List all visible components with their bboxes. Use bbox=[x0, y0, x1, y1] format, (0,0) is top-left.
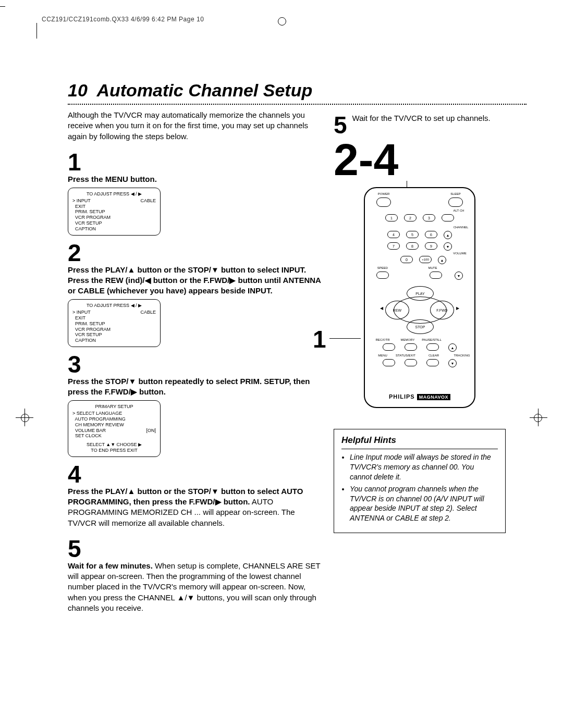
step-4-number: 4 bbox=[68, 462, 81, 486]
status-button[interactable] bbox=[405, 359, 417, 366]
page-title: 10 Automatic Channel Setup bbox=[68, 80, 527, 101]
menu-button[interactable] bbox=[383, 359, 395, 366]
callout-1: 1 bbox=[313, 325, 326, 353]
tracking-label: TRACKING bbox=[451, 354, 472, 357]
hint-item: You cannot program channels when the TV/… bbox=[350, 484, 498, 524]
volume-up[interactable]: ▲ bbox=[438, 256, 446, 264]
osd-screen-2: TO ADJUST PRESS ◀ / ▶ > INPUT EXIT PRIM.… bbox=[68, 299, 161, 347]
step-1: 1 bbox=[68, 150, 323, 174]
osd2-item: > INPUT bbox=[72, 310, 111, 315]
osd3-item: > SELECT LANGUAGE bbox=[72, 411, 156, 416]
osd1-item: > INPUT bbox=[72, 198, 111, 204]
num-1[interactable]: 1 bbox=[385, 214, 398, 221]
osd-screen-3: PRIMARY SETUP > SELECT LANGUAGE AUTO PRO… bbox=[68, 400, 161, 456]
mute-button[interactable] bbox=[430, 272, 442, 279]
power-button[interactable] bbox=[376, 198, 391, 207]
speed-label: SPEED bbox=[372, 266, 393, 269]
rew-button[interactable]: REW bbox=[385, 301, 409, 319]
menu-label: MENU bbox=[372, 354, 393, 357]
osd2-title: TO ADJUST PRESS ◀ / ▶ bbox=[72, 303, 156, 309]
osd1-right: CABLE bbox=[140, 198, 156, 232]
step-2: 2 bbox=[68, 241, 323, 265]
clear-button[interactable] bbox=[426, 359, 439, 366]
step-2-number: 2 bbox=[68, 241, 81, 265]
num-4[interactable]: 4 bbox=[387, 231, 400, 238]
right-arrow-icon: ▶ bbox=[456, 306, 459, 311]
step-5: 5 bbox=[68, 537, 323, 561]
step-4-text: Press the PLAY/▲ button or the STOP/▼ bu… bbox=[68, 486, 323, 528]
title-divider bbox=[68, 104, 527, 105]
intro-text: Although the TV/VCR may automatically me… bbox=[68, 110, 323, 142]
play-button[interactable]: PLAY bbox=[407, 286, 434, 301]
osd2-item: CAPTION bbox=[72, 338, 111, 343]
right-step-5: 5 Wait for the TV/VCR to set up channels… bbox=[334, 113, 506, 137]
speed-button[interactable] bbox=[376, 272, 389, 279]
channel-down[interactable]: ▼ bbox=[444, 242, 452, 251]
callout-1-line bbox=[329, 338, 361, 339]
osd3-item: AUTO PROGRAMMING bbox=[72, 416, 156, 422]
power-label: POWER bbox=[373, 192, 394, 195]
osd1-item: PRIM. SETUP bbox=[72, 209, 111, 215]
osd2-item: EXIT bbox=[72, 315, 111, 321]
osd3-item: SET CLOCK bbox=[72, 433, 156, 439]
recotr-label: REC/OTR bbox=[372, 338, 393, 341]
channel-label: CHANNEL bbox=[450, 226, 471, 229]
left-arrow-icon: ◀ bbox=[380, 306, 383, 311]
osd1-item: VCR PROGRAM bbox=[72, 215, 111, 220]
step-3: 3 bbox=[68, 352, 323, 376]
num-0[interactable]: 0 bbox=[400, 256, 413, 263]
content-columns: Although the TV/VCR may automatically me… bbox=[68, 110, 527, 613]
right-step5-text: Wait for the TV/VCR to set up channels. bbox=[352, 113, 491, 127]
mute-label: MUTE bbox=[422, 266, 443, 269]
osd2-item: VCR PROGRAM bbox=[72, 327, 111, 332]
num-7[interactable]: 7 bbox=[387, 242, 400, 250]
num-9[interactable]: 9 bbox=[425, 242, 437, 250]
volume-label: VOLUME bbox=[449, 252, 470, 255]
step-3-number: 3 bbox=[68, 352, 81, 376]
ffwd-button[interactable]: F.FWD bbox=[430, 301, 454, 319]
crop-cross-right-v bbox=[538, 409, 538, 426]
step-5-text: Wait for a few minutes. When setup is co… bbox=[68, 561, 323, 613]
recotr-button[interactable] bbox=[383, 343, 395, 351]
num-6[interactable]: 6 bbox=[425, 231, 437, 238]
osd3-title: PRIMARY SETUP bbox=[72, 404, 156, 410]
crop-cross-right-h bbox=[530, 417, 547, 418]
pause-button[interactable] bbox=[426, 343, 439, 351]
num-2[interactable]: 2 bbox=[404, 214, 417, 221]
tracking-up[interactable]: ▲ bbox=[448, 343, 457, 352]
osd3-item: VOLUME BAR[ON] bbox=[72, 428, 156, 434]
step-2-text: Press the PLAY/▲ button or the STOP/▼ bu… bbox=[68, 265, 323, 297]
brand: PHILIPSMAGNAVOX bbox=[365, 393, 474, 400]
tracking-down[interactable]: ▼ bbox=[448, 359, 457, 367]
sleep-button[interactable] bbox=[448, 198, 463, 207]
num-3[interactable]: 3 bbox=[423, 214, 435, 221]
channel-up[interactable]: ▲ bbox=[444, 231, 452, 239]
remote-wrapper: 1 POWER SLEEP ALT CH 1 2 bbox=[334, 187, 506, 408]
crop-cross-left-v bbox=[25, 409, 25, 426]
page: CCZ191/CCZ191comb.QX33 4/6/99 6:42 PM Pa… bbox=[0, 0, 563, 728]
memory-button[interactable] bbox=[405, 343, 417, 351]
sleep-label: SLEEP bbox=[445, 192, 466, 195]
volume-down[interactable]: ▼ bbox=[455, 272, 463, 280]
step-1-number: 1 bbox=[68, 150, 81, 174]
num-100[interactable]: +100 bbox=[419, 256, 432, 263]
num-8[interactable]: 8 bbox=[406, 242, 419, 250]
stop-button[interactable]: STOP bbox=[407, 319, 434, 334]
osd3-footer: TO END PRESS EXIT bbox=[72, 448, 156, 453]
brand-magnavox: MAGNAVOX bbox=[417, 394, 450, 400]
altch-button[interactable] bbox=[442, 214, 454, 221]
page-number: 10 bbox=[68, 80, 88, 100]
osd3-item: CH MEMORY REVIEW bbox=[72, 422, 156, 428]
dpad: PLAY STOP REW F.FWD ◀ ▶ bbox=[388, 286, 451, 333]
brand-philips: PHILIPS bbox=[389, 393, 415, 400]
hints-title: Helpful Hints bbox=[341, 435, 498, 449]
right-column: 5 Wait for the TV/VCR to set up channels… bbox=[334, 110, 506, 613]
crop-ring-left bbox=[21, 414, 29, 422]
helpful-hints: Helpful Hints Line Input mode will alway… bbox=[334, 429, 506, 533]
clear-label: CLEAR bbox=[423, 354, 444, 357]
step-3-text: Press the STOP/▼ button repeatedly to se… bbox=[68, 376, 323, 398]
osd1-item: VCR SETUP bbox=[72, 220, 111, 226]
right-step5-number: 5 bbox=[334, 113, 347, 137]
num-5[interactable]: 5 bbox=[406, 231, 419, 238]
hint-item: Line Input mode will always be stored in… bbox=[350, 452, 498, 482]
